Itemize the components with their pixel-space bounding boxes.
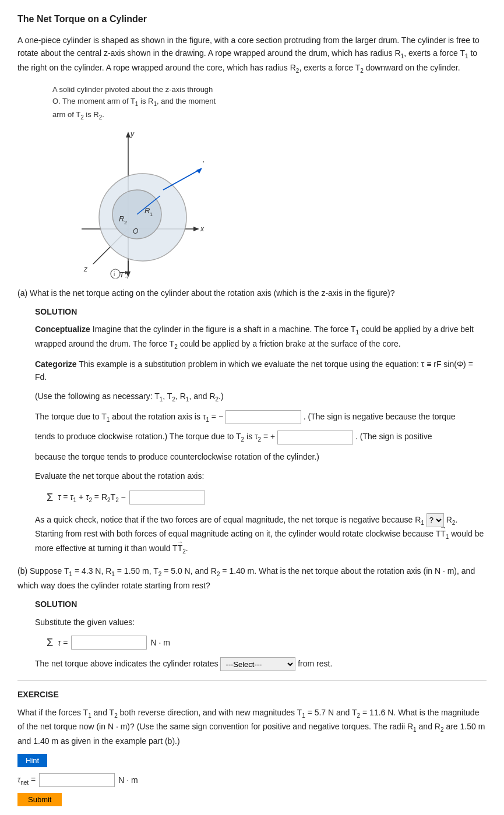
substitute-formula-line: Σ τ = N · m	[47, 634, 487, 651]
torque-t1-para: The torque due to T1 about the rotation …	[35, 410, 487, 425]
quick-check-para: As a quick check, notice that if the two…	[35, 513, 487, 556]
svg-line-16	[163, 169, 201, 190]
intro-text-4: , exerts a force T	[299, 63, 360, 72]
svg-text:y: y	[130, 130, 135, 138]
intro-text-2: , exerts a force T	[404, 48, 465, 58]
svg-text:i: i	[114, 271, 115, 277]
categorize-para: Categorize This example is a substitutio…	[35, 358, 487, 384]
tnet-line: τnet = N · m	[17, 773, 487, 788]
cylinder-diagram: y x z R 1 R 2 O T 1 i T	[52, 127, 204, 278]
intro-text-5: downward on the cylinder.	[364, 63, 460, 72]
net-torque-formula-line: Σ τ = τ1 + τ2 = R2T2 −	[47, 489, 487, 506]
svg-text:1: 1	[150, 211, 153, 217]
figure-area: y x z R 1 R 2 O T 1 i T	[52, 127, 487, 278]
svg-text:2: 2	[124, 220, 127, 225]
tnet-input[interactable]	[39, 773, 115, 787]
svg-text:T: T	[119, 270, 125, 278]
svg-point-24	[111, 269, 120, 278]
use-following-para: (Use the following as necessary: T1, T2,…	[35, 390, 487, 404]
part-b-question: (b) Suppose T1 = 4.3 N, R1 = 1.50 m, T2 …	[17, 564, 487, 592]
because-para: because the torque tends to produce coun…	[35, 450, 487, 463]
svg-marker-17	[196, 168, 202, 174]
part-b-section: (b) Suppose T1 = 4.3 N, R1 = 1.50 m, T2 …	[17, 564, 487, 671]
part-a-section: (a) What is the net torque acting on the…	[17, 287, 487, 557]
svg-text:2: 2	[125, 276, 128, 278]
rotates-para: The net torque above indicates the cylin…	[35, 657, 487, 671]
submit-button[interactable]: Submit	[17, 793, 62, 806]
substitute-label: Substitute the given values:	[35, 616, 487, 629]
svg-text:R: R	[119, 214, 124, 223]
part-a-question: (a) What is the net torque acting on the…	[17, 287, 487, 299]
conceptualize-para: Conceptualize Imagine that the cylinder …	[35, 323, 487, 352]
svg-marker-4	[193, 227, 199, 231]
part-a-solution: SOLUTION Conceptualize Imagine that the …	[35, 305, 487, 556]
figure-caption: A solid cylinder pivoted about the z-axi…	[52, 84, 487, 122]
part-b-solution: SOLUTION Substitute the given values: Σ …	[35, 598, 487, 671]
substitute-input[interactable]	[71, 636, 147, 650]
svg-text:z: z	[83, 265, 88, 273]
svg-text:x: x	[200, 225, 204, 233]
evaluate-para: Evaluate the net torque about the rotati…	[35, 470, 487, 482]
rotation-direction-select[interactable]: ---Select--- clockwise counterclockwise	[220, 657, 295, 671]
svg-text:T: T	[203, 160, 204, 168]
exercise-title: EXERCISE	[17, 688, 487, 701]
torque-t2-para: tends to produce clockwise rotation.) Th…	[35, 430, 487, 444]
page-title: The Net Torque on a Cylinder	[17, 12, 487, 27]
torque-t1-input[interactable]	[225, 410, 301, 424]
hint-button[interactable]: Hint	[17, 754, 47, 767]
net-torque-input[interactable]	[129, 491, 205, 504]
torque-t2-input[interactable]	[277, 431, 353, 444]
exercise-section: EXERCISE What if the forces T1 and T2 bo…	[17, 680, 487, 806]
part-b-solution-header: SOLUTION	[35, 598, 487, 611]
svg-text:O: O	[133, 227, 138, 235]
svg-marker-7	[92, 260, 97, 265]
intro-paragraph: A one-piece cylinder is shaped as shown …	[17, 34, 487, 76]
exercise-text: What if the forces T1 and T2 both revers…	[17, 706, 487, 748]
svg-marker-1	[126, 132, 131, 137]
part-a-solution-header: SOLUTION	[35, 305, 487, 318]
